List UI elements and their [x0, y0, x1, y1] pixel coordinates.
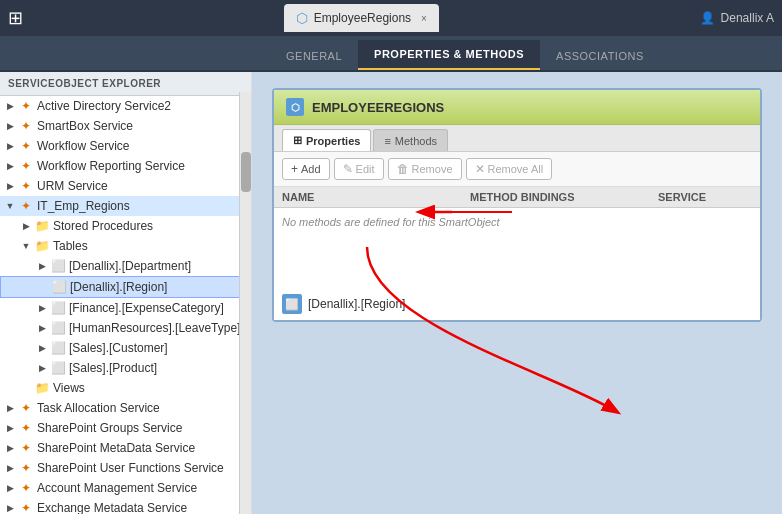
edit-label: Edit	[356, 163, 375, 175]
tab-associations[interactable]: ASSOCIATIONS	[540, 42, 660, 70]
tab-close-btn[interactable]: ×	[421, 13, 427, 24]
tab-properties-methods[interactable]: PROPERTIES & METHODS	[358, 40, 540, 70]
tab-methods[interactable]: ≡ Methods	[373, 129, 448, 151]
sidebar-item-exchange[interactable]: ▶ ✦ Exchange Metadata Service	[0, 498, 251, 514]
sidebar-item-task-alloc[interactable]: ▶ ✦ Task Allocation Service	[0, 398, 251, 418]
expand-icon[interactable]: ▶	[36, 342, 48, 354]
sidebar-item-product[interactable]: ▶ ⬜ [Sales].[Product]	[0, 358, 251, 378]
sidebar-item-sp-meta[interactable]: ▶ ✦ SharePoint MetaData Service	[0, 438, 251, 458]
expand-icon[interactable]	[20, 382, 32, 394]
panel-header: ⬡ EMPLOYEEREGIONS	[274, 90, 760, 125]
remove-label: Remove	[412, 163, 453, 175]
scrollbar[interactable]	[239, 92, 251, 514]
sidebar-item-customer[interactable]: ▶ ⬜ [Sales].[Customer]	[0, 338, 251, 358]
sidebar-item-workflow-reporting[interactable]: ▶ ✦ Workflow Reporting Service	[0, 156, 251, 176]
remove-button[interactable]: 🗑 Remove	[388, 158, 462, 180]
expand-icon[interactable]: ▶	[36, 260, 48, 272]
remove-all-button[interactable]: ✕ Remove All	[466, 158, 553, 180]
tab-icon: ⬡	[296, 10, 308, 26]
tab-employeeregions[interactable]: ⬡ EmployeeRegions ×	[284, 4, 439, 32]
puzzle-icon: ✦	[18, 198, 34, 214]
employee-panel: ⬡ EMPLOYEEREGIONS ⊞ Properties ≡ Methods…	[272, 88, 762, 322]
sidebar-item-tables[interactable]: ▼ 📁 Tables	[0, 236, 251, 256]
sidebar-item-workflow[interactable]: ▶ ✦ Workflow Service	[0, 136, 251, 156]
sidebar-item-label: Task Allocation Service	[37, 401, 160, 415]
expand-icon[interactable]: ▶	[4, 442, 16, 454]
expand-icon[interactable]: ▶	[4, 462, 16, 474]
puzzle-icon: ✦	[18, 98, 34, 114]
nav-tabs: GENERAL PROPERTIES & METHODS ASSOCIATION…	[0, 36, 782, 72]
expand-icon[interactable]: ▼	[4, 200, 16, 212]
expand-icon[interactable]: ▶	[4, 160, 16, 172]
table-icon: ⬜	[51, 279, 67, 295]
panel-title: EMPLOYEEREGIONS	[312, 100, 444, 115]
sidebar-item-region[interactable]: ⬜ [Denallix].[Region]	[0, 276, 251, 298]
expand-icon[interactable]: ▶	[4, 402, 16, 414]
expand-icon[interactable]: ▶	[20, 220, 32, 232]
tab-area: ⬡ EmployeeRegions ×	[284, 4, 439, 32]
expand-icon[interactable]: ▶	[4, 100, 16, 112]
sidebar-item-active-dir[interactable]: ▶ ✦ Active Directory Service2	[0, 96, 251, 116]
panel-body: No methods are defined for this SmartObj…	[274, 208, 760, 288]
col-name: NAME	[282, 191, 470, 203]
edit-icon: ✎	[343, 162, 353, 176]
sidebar-item-smartbox[interactable]: ▶ ✦ SmartBox Service	[0, 116, 251, 136]
expand-icon[interactable]	[37, 281, 49, 293]
expand-icon[interactable]: ▼	[20, 240, 32, 252]
sidebar-item-label: [Denallix].[Department]	[69, 259, 191, 273]
user-avatar-icon: 👤	[700, 11, 715, 25]
table-icon: ⬜	[50, 360, 66, 376]
expand-icon[interactable]: ▶	[4, 482, 16, 494]
remove-all-icon: ✕	[475, 162, 485, 176]
sidebar-item-label: IT_Emp_Regions	[37, 199, 130, 213]
puzzle-icon: ✦	[18, 440, 34, 456]
scrollbar-thumb[interactable]	[241, 152, 251, 192]
sidebar-item-sp-groups[interactable]: ▶ ✦ SharePoint Groups Service	[0, 418, 251, 438]
sidebar-item-dept[interactable]: ▶ ⬜ [Denallix].[Department]	[0, 256, 251, 276]
sidebar-item-it-emp[interactable]: ▼ ✦ IT_Emp_Regions	[0, 196, 251, 216]
sidebar-item-account-mgmt[interactable]: ▶ ✦ Account Management Service	[0, 478, 251, 498]
tab-general[interactable]: GENERAL	[270, 42, 358, 70]
folder-icon: 📁	[34, 218, 50, 234]
tab-properties-label: Properties	[306, 135, 360, 147]
tab-methods-icon: ≡	[384, 135, 390, 147]
sidebar-item-label: SharePoint Groups Service	[37, 421, 182, 435]
edit-button[interactable]: ✎ Edit	[334, 158, 384, 180]
add-button[interactable]: + Add	[282, 158, 330, 180]
sidebar-item-expense[interactable]: ▶ ⬜ [Finance].[ExpenseCategory]	[0, 298, 251, 318]
table-icon: ⬜	[50, 340, 66, 356]
table-icon: ⬜	[50, 320, 66, 336]
sidebar-item-label: [Denallix].[Region]	[70, 280, 167, 294]
expand-icon[interactable]: ▶	[4, 502, 16, 514]
tab-properties[interactable]: ⊞ Properties	[282, 129, 371, 151]
sidebar-item-leave[interactable]: ▶ ⬜ [HumanResources].[LeaveType]	[0, 318, 251, 338]
user-label: Denallix A	[721, 11, 774, 25]
expand-icon[interactable]: ▶	[36, 302, 48, 314]
panel-item-label: [Denallix].[Region]	[308, 297, 405, 311]
puzzle-icon: ✦	[18, 460, 34, 476]
top-bar: ⊞ ⬡ EmployeeRegions × 👤 Denallix A	[0, 0, 782, 36]
expand-icon[interactable]: ▶	[4, 120, 16, 132]
content-area: ⬡ EMPLOYEEREGIONS ⊞ Properties ≡ Methods…	[252, 72, 782, 514]
sidebar-item-label: Views	[53, 381, 85, 395]
puzzle-icon: ✦	[18, 158, 34, 174]
expand-icon[interactable]: ▶	[4, 140, 16, 152]
sidebar-item-stored-procs[interactable]: ▶ 📁 Stored Procedures	[0, 216, 251, 236]
expand-icon[interactable]: ▶	[36, 362, 48, 374]
panel-item[interactable]: ⬜ [Denallix].[Region]	[274, 288, 760, 320]
puzzle-icon: ✦	[18, 118, 34, 134]
grid-icon[interactable]: ⊞	[8, 7, 23, 29]
sidebar-item-sp-user[interactable]: ▶ ✦ SharePoint User Functions Service	[0, 458, 251, 478]
puzzle-icon: ✦	[18, 178, 34, 194]
expand-icon[interactable]: ▶	[4, 180, 16, 192]
puzzle-icon: ✦	[18, 400, 34, 416]
sidebar-item-views[interactable]: 📁 Views	[0, 378, 251, 398]
expand-icon[interactable]: ▶	[4, 422, 16, 434]
expand-icon[interactable]: ▶	[36, 322, 48, 334]
top-bar-left: ⊞	[8, 7, 23, 29]
sidebar-item-label: [Finance].[ExpenseCategory]	[69, 301, 224, 315]
sidebar-item-urm[interactable]: ▶ ✦ URM Service	[0, 176, 251, 196]
sidebar-item-label: Active Directory Service2	[37, 99, 171, 113]
remove-all-label: Remove All	[488, 163, 544, 175]
panel-tabs: ⊞ Properties ≡ Methods	[274, 125, 760, 152]
